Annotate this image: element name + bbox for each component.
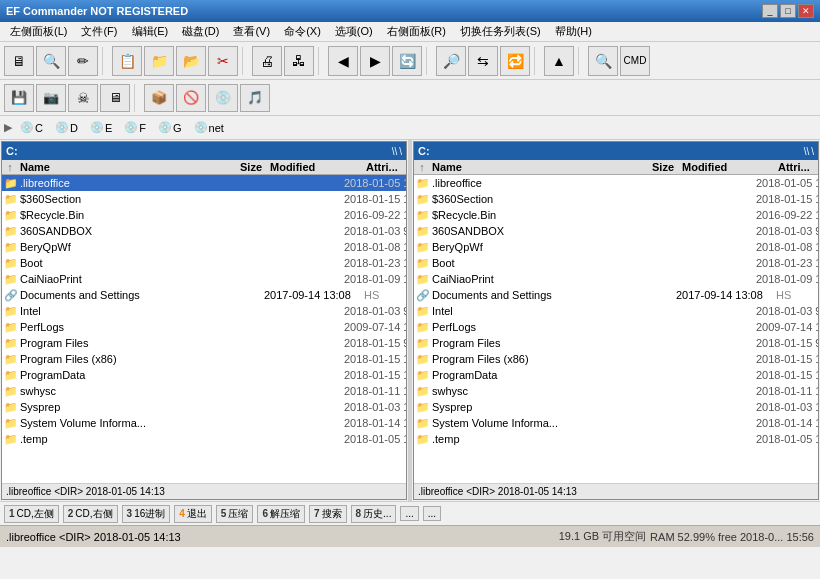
right-col-size[interactable]: Size — [618, 161, 678, 173]
bottom-btn-4[interactable]: 5压缩 — [216, 505, 254, 523]
toolbar-right-btn[interactable]: ▶ — [360, 46, 390, 76]
left-sort-icon[interactable]: ↑ — [2, 161, 18, 173]
file-row[interactable]: 📁 $360Section 2018-01-15 14:04 HS — [414, 191, 818, 207]
file-row[interactable]: 📁 BeryQpWf 2018-01-08 10:37 — [2, 239, 406, 255]
file-row[interactable]: 📁 ProgramData 2018-01-15 13:35 H — [2, 367, 406, 383]
panel-divider[interactable] — [408, 140, 412, 501]
toolbar-move-btn[interactable]: 📁 — [144, 46, 174, 76]
bottom-btn-2[interactable]: 316进制 — [122, 505, 171, 523]
file-row[interactable]: 📁 .temp 2018-01-05 14:35 — [414, 431, 818, 447]
file-row[interactable]: 📁 360SANDBOX 2018-01-03 9:01 RHS — [2, 223, 406, 239]
toolbar-left-btn[interactable]: ◀ — [328, 46, 358, 76]
toolbar-noentry-btn[interactable]: 🚫 — [176, 84, 206, 112]
file-row[interactable]: 📁 $Recycle.Bin 2016-09-22 19:56 HS — [414, 207, 818, 223]
toolbar-delete-btn[interactable]: ✂ — [208, 46, 238, 76]
file-row[interactable]: 📁 PerfLogs 2009-07-14 11:20 — [414, 319, 818, 335]
toolbar-network-btn[interactable]: 🖧 — [284, 46, 314, 76]
left-nav-back[interactable]: \\ — [392, 146, 398, 157]
toolbar-zoom-btn[interactable]: 🔍 — [588, 46, 618, 76]
minimize-button[interactable]: _ — [762, 4, 778, 18]
toolbar-monitor-btn[interactable]: 🖥 — [100, 84, 130, 112]
toolbar-compare-btn[interactable]: ⇆ — [468, 46, 498, 76]
file-row[interactable]: 📁 Boot 2018-01-23 18:02 HS — [414, 255, 818, 271]
toolbar-disk2-btn[interactable]: 💿 — [208, 84, 238, 112]
file-row[interactable]: 📁 ProgramData 2018-01-15 13:35 H — [414, 367, 818, 383]
file-row[interactable]: 📁 swhysc 2018-01-11 14:07 — [2, 383, 406, 399]
bottom-btn-extra2[interactable]: ... — [423, 506, 441, 521]
toolbar-back-btn[interactable]: 🖥 — [4, 46, 34, 76]
toolbar-search-btn[interactable]: 🔎 — [436, 46, 466, 76]
bottom-btn-extra1[interactable]: ... — [400, 506, 418, 521]
right-nav-up[interactable]: \ — [811, 146, 814, 157]
file-row[interactable]: 📁 swhysc 2018-01-11 14:07 — [414, 383, 818, 399]
drive-F[interactable]: 💿 F — [120, 119, 150, 136]
menu-item-help[interactable]: 帮助(H) — [549, 23, 598, 40]
menu-item-disk[interactable]: 磁盘(D) — [176, 23, 225, 40]
toolbar-zip-btn[interactable]: 📦 — [144, 84, 174, 112]
bottom-btn-6[interactable]: 7搜索 — [309, 505, 347, 523]
file-row[interactable]: 📁 BeryQpWf 2018-01-08 10:37 — [414, 239, 818, 255]
file-row[interactable]: 📁 360SANDBOX 2018-01-03 9:01 RHS — [414, 223, 818, 239]
left-col-attr[interactable]: Attri... — [366, 161, 406, 173]
file-row[interactable]: 📁 $Recycle.Bin 2016-09-22 19:56 HS — [2, 207, 406, 223]
toolbar-find-btn[interactable]: 🔍 — [36, 46, 66, 76]
file-row[interactable]: 📁 .libreoffice 2018-01-05 14:13 — [414, 175, 818, 191]
right-col-name[interactable]: Name — [430, 161, 618, 173]
drive-C[interactable]: 💿 C — [16, 119, 47, 136]
file-row[interactable]: 📁 Intel 2018-01-03 9:00 — [2, 303, 406, 319]
bottom-btn-5[interactable]: 6解压缩 — [257, 505, 305, 523]
toolbar-sync-btn[interactable]: 🔁 — [500, 46, 530, 76]
menu-item-task-list[interactable]: 切换任务列表(S) — [454, 23, 547, 40]
menu-item-edit[interactable]: 编辑(E) — [126, 23, 175, 40]
file-row[interactable]: 📁 Boot 2018-01-23 18:02 HS — [2, 255, 406, 271]
file-row[interactable]: 📁 Program Files 2018-01-15 9:14 R — [2, 335, 406, 351]
drive-E[interactable]: 💿 E — [86, 119, 116, 136]
file-row[interactable]: 📁 .libreoffice 2018-01-05 14:13 — [2, 175, 406, 191]
toolbar-pyramid-btn[interactable]: ▲ — [544, 46, 574, 76]
right-file-list[interactable]: 📁 .libreoffice 2018-01-05 14:13 📁 $360Se… — [414, 175, 818, 483]
file-row[interactable]: 📁 System Volume Informa... 2018-01-14 14… — [2, 415, 406, 431]
bottom-btn-1[interactable]: 2CD,右侧 — [63, 505, 118, 523]
bottom-btn-0[interactable]: 1CD,左侧 — [4, 505, 59, 523]
left-nav-up[interactable]: \ — [399, 146, 402, 157]
file-row[interactable]: 📁 PerfLogs 2009-07-14 11:20 — [2, 319, 406, 335]
toolbar-terminal-btn[interactable]: CMD — [620, 46, 650, 76]
right-nav-back[interactable]: \\ — [804, 146, 810, 157]
file-row[interactable]: 📁 CaiNiaoPrint 2018-01-09 11:47 — [414, 271, 818, 287]
close-button[interactable]: ✕ — [798, 4, 814, 18]
left-col-modified[interactable]: Modified — [266, 161, 366, 173]
file-row[interactable]: 📁 System Volume Informa... 2018-01-14 14… — [414, 415, 818, 431]
drive-D[interactable]: 💿 D — [51, 119, 82, 136]
menu-item-options[interactable]: 选项(O) — [329, 23, 379, 40]
file-row[interactable]: 📁 Program Files (x86) 2018-01-15 14:20 R — [2, 351, 406, 367]
menu-item-file[interactable]: 文件(F) — [75, 23, 123, 40]
menu-item-command[interactable]: 命令(X) — [278, 23, 327, 40]
file-row[interactable]: 🔗 Documents and Settings 2017-09-14 13:0… — [2, 287, 406, 303]
file-row[interactable]: 📁 .temp 2018-01-05 14:35 — [2, 431, 406, 447]
toolbar-camera-btn[interactable]: 📷 — [36, 84, 66, 112]
toolbar-edit-btn[interactable]: ✏ — [68, 46, 98, 76]
toolbar-hdd-btn[interactable]: 💾 — [4, 84, 34, 112]
left-col-name[interactable]: Name — [18, 161, 206, 173]
right-sort-icon[interactable]: ↑ — [414, 161, 430, 173]
toolbar-copy-btn[interactable]: 📋 — [112, 46, 142, 76]
file-row[interactable]: 📁 CaiNiaoPrint 2018-01-09 11:47 — [2, 271, 406, 287]
file-row[interactable]: 📁 Program Files 2018-01-15 9:14 R — [414, 335, 818, 351]
bottom-btn-3[interactable]: 4退出 — [174, 505, 212, 523]
file-row[interactable]: 📁 Program Files (x86) 2018-01-15 14:20 R — [414, 351, 818, 367]
file-row[interactable]: 📁 Sysprep 2018-01-03 12:07 — [414, 399, 818, 415]
right-col-attr[interactable]: Attri... — [778, 161, 818, 173]
menu-item-left-panel[interactable]: 左侧面板(L) — [4, 23, 73, 40]
file-row[interactable]: 📁 Intel 2018-01-03 9:00 — [414, 303, 818, 319]
maximize-button[interactable]: □ — [780, 4, 796, 18]
toolbar-skull-btn[interactable]: ☠ — [68, 84, 98, 112]
file-row[interactable]: 📁 $360Section 2018-01-15 14:04 HS — [2, 191, 406, 207]
left-col-size[interactable]: Size — [206, 161, 266, 173]
toolbar-newfolder-btn[interactable]: 📂 — [176, 46, 206, 76]
menu-item-view[interactable]: 查看(V) — [227, 23, 276, 40]
toolbar-audio-btn[interactable]: 🎵 — [240, 84, 270, 112]
bottom-btn-7[interactable]: 8历史... — [351, 505, 397, 523]
file-row[interactable]: 📁 Sysprep 2018-01-03 12:07 — [2, 399, 406, 415]
menu-item-right-panel[interactable]: 右侧面板(R) — [381, 23, 452, 40]
right-col-modified[interactable]: Modified — [678, 161, 778, 173]
